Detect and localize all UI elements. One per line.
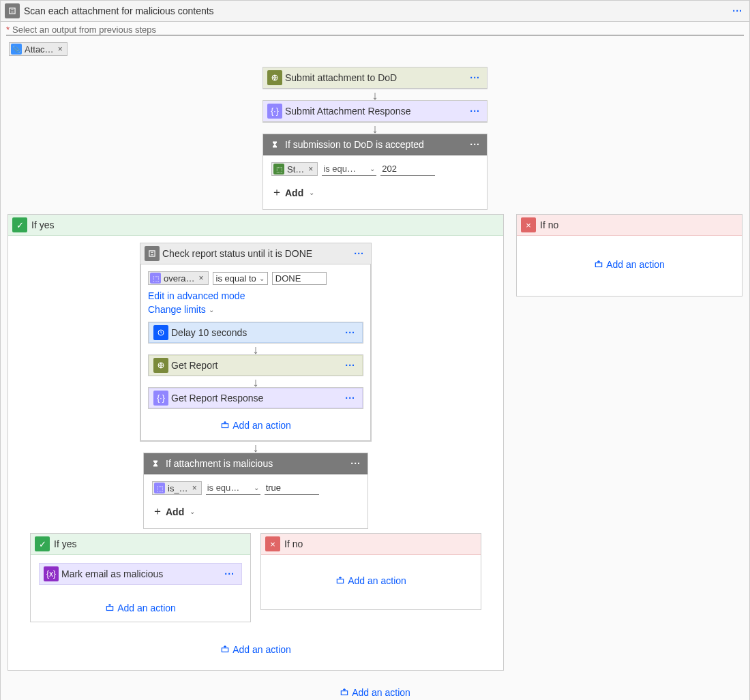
- condition-icon: [267, 137, 282, 152]
- branch-no-outer: × If no Add an action: [516, 214, 742, 296]
- branch-yes-inner: ✓ If yes {x} Mark email as malicious ···: [30, 533, 251, 622]
- check-icon: ✓: [12, 217, 27, 232]
- add-action-yes-outer[interactable]: Add an action: [15, 644, 496, 655]
- until-operand-token[interactable]: ⬚ overa… ×: [148, 271, 209, 285]
- http-icon: [153, 358, 168, 373]
- loop-icon: [145, 246, 160, 261]
- more-menu[interactable]: ···: [342, 393, 358, 404]
- svg-rect-2: [149, 251, 155, 256]
- dynamic-content-icon: ⬚: [150, 273, 161, 284]
- more-menu[interactable]: ···: [467, 139, 483, 150]
- add-action-scope-end[interactable]: Add an action: [340, 687, 410, 698]
- branch-yes-outer: ✓ If yes Check report status until it is…: [7, 214, 504, 671]
- check-icon: ✓: [35, 536, 50, 551]
- token-remove[interactable]: ×: [58, 44, 63, 54]
- comparison-value[interactable]: true: [265, 481, 319, 495]
- condition-is-malicious: If attachment is malicious ··· ⬚ is_… × …: [143, 453, 368, 529]
- branch-no-header[interactable]: × If no: [261, 534, 481, 555]
- more-menu[interactable]: ···: [467, 72, 483, 83]
- variable-icon: {x}: [44, 566, 59, 581]
- add-condition-row[interactable]: ＋Add⌄: [152, 504, 359, 519]
- comparison-value[interactable]: DONE: [272, 272, 327, 285]
- more-menu[interactable]: ···: [351, 248, 367, 259]
- step-delay[interactable]: Delay 10 seconds ···: [148, 322, 363, 344]
- step-submit-dod[interactable]: Submit attachment to DoD ···: [262, 67, 487, 89]
- connector-arrow: ↓: [148, 376, 363, 387]
- more-menu[interactable]: ···: [342, 327, 358, 338]
- branch-no-inner: × If no Add an action: [260, 533, 481, 610]
- previous-step-hint: *Select an output from previous steps: [1, 22, 749, 35]
- branch-yes-header[interactable]: ✓ If yes: [31, 534, 250, 555]
- loop-icon: [5, 3, 20, 18]
- svg-rect-9: [596, 263, 602, 267]
- add-action-yes-inner[interactable]: Add an action: [35, 603, 246, 613]
- parse-json-icon: {·}: [153, 391, 168, 406]
- step-mark-malicious[interactable]: {x} Mark email as malicious ···: [39, 563, 242, 585]
- close-icon: ×: [265, 536, 280, 551]
- condition-operand-token[interactable]: ⬚ is_… ×: [152, 481, 202, 495]
- step-get-report-response[interactable]: {·} Get Report Response ···: [148, 387, 363, 409]
- token-remove[interactable]: ×: [192, 483, 197, 493]
- more-menu[interactable]: ···: [467, 106, 483, 117]
- more-menu[interactable]: ···: [730, 5, 745, 16]
- connector-arrow: ↓: [148, 344, 363, 354]
- more-menu[interactable]: ···: [222, 568, 237, 579]
- add-condition-row[interactable]: ＋Add⌄: [271, 185, 479, 200]
- more-menu[interactable]: ···: [348, 458, 363, 469]
- comparison-value[interactable]: 202: [380, 162, 435, 176]
- svg-rect-6: [107, 607, 113, 611]
- step-submit-response[interactable]: {·} Submit Attachment Response ···: [262, 100, 487, 123]
- dynamic-content-icon: ⬚: [154, 483, 165, 493]
- foreach-scope: Scan each attachment for malicious conte…: [0, 0, 750, 700]
- token-remove[interactable]: ×: [308, 164, 313, 174]
- scope-title: Scan each attachment for malicious conte…: [20, 5, 730, 16]
- dynamic-content-icon: ⬚: [273, 164, 284, 174]
- close-icon: ×: [521, 217, 536, 232]
- add-action-no-outer[interactable]: Add an action: [521, 259, 738, 270]
- connector-arrow: ↓: [372, 123, 378, 134]
- svg-rect-0: [10, 8, 15, 14]
- operator-dropdown[interactable]: is equ…⌄: [206, 481, 260, 495]
- condition-icon: [148, 456, 163, 471]
- http-icon: [267, 70, 282, 85]
- operator-dropdown[interactable]: is equ…⌄: [322, 162, 376, 176]
- add-action-until[interactable]: Add an action: [148, 420, 363, 431]
- edit-advanced-link[interactable]: Edit in advanced mode: [148, 290, 363, 301]
- attachment-icon: 📎: [11, 44, 22, 55]
- change-limits-link[interactable]: Change limits⌄: [148, 304, 363, 315]
- scope-header[interactable]: Scan each attachment for malicious conte…: [1, 1, 749, 22]
- more-menu[interactable]: ···: [342, 360, 358, 371]
- condition-operand-token[interactable]: ⬚ St… ×: [271, 162, 318, 176]
- svg-rect-7: [338, 579, 344, 583]
- svg-rect-10: [342, 691, 348, 695]
- svg-rect-8: [222, 648, 228, 652]
- svg-rect-5: [222, 424, 228, 428]
- connector-arrow: ↓: [15, 442, 496, 453]
- do-until-card: Check report status until it is DONE ···…: [140, 243, 372, 442]
- add-action-no-inner[interactable]: Add an action: [265, 575, 477, 586]
- condition-dod-accepted: If submission to DoD is accepted ··· ⬚ S…: [262, 134, 487, 210]
- connector-arrow: ↓: [372, 89, 378, 100]
- input-token-attachments[interactable]: 📎 Attac… ×: [9, 42, 68, 56]
- branch-yes-header[interactable]: ✓ If yes: [8, 215, 503, 236]
- clock-icon: [153, 325, 168, 340]
- branch-no-header[interactable]: × If no: [517, 215, 742, 236]
- step-get-report[interactable]: Get Report ···: [148, 354, 363, 376]
- token-remove[interactable]: ×: [199, 273, 204, 283]
- parse-json-icon: {·}: [267, 104, 282, 119]
- operator-dropdown[interactable]: is equal to⌄: [213, 272, 268, 285]
